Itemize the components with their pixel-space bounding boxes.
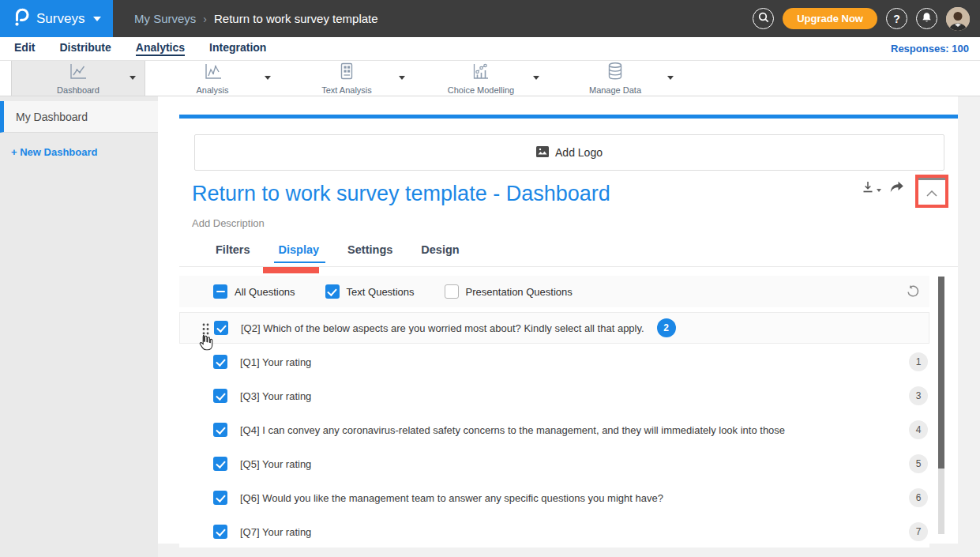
line-chart-icon [202, 62, 223, 85]
download-button[interactable] [861, 180, 881, 194]
question-checkbox[interactable] [213, 491, 227, 505]
question-row-q3[interactable]: [Q3] Your rating 3 [179, 380, 929, 412]
filter-presentation-questions[interactable]: Presentation Questions [445, 284, 573, 299]
line-chart-icon [67, 62, 88, 85]
question-checkbox[interactable] [213, 389, 227, 403]
subnav-integration[interactable]: Integration [209, 41, 266, 56]
question-row-q1[interactable]: [Q1] Your rating 1 [179, 346, 929, 378]
share-button[interactable] [889, 181, 904, 194]
toolbar-text-analysis[interactable]: Text Analysis [280, 61, 414, 96]
question-checkbox[interactable] [213, 355, 227, 369]
scatter-chart-icon [471, 62, 490, 85]
question-checkbox[interactable] [214, 321, 228, 335]
question-order-badge: 4 [909, 420, 928, 439]
annotation-highlight-box [915, 175, 948, 208]
question-row-q6[interactable]: [Q6] Would you like the management team … [179, 482, 929, 514]
question-order-badge: 1 [909, 352, 928, 371]
toolbar-analysis-label: Analysis [197, 85, 229, 95]
toolbar-manage-data[interactable]: Manage Data [548, 61, 682, 96]
chevron-down-icon[interactable] [265, 76, 271, 80]
chevron-down-icon[interactable] [399, 76, 405, 80]
question-mark-icon: ? [893, 13, 900, 25]
reset-button[interactable] [906, 284, 920, 302]
reset-icon [906, 288, 920, 301]
toolbar-dashboard[interactable]: Dashboard [11, 61, 145, 96]
dashboard-title[interactable]: Return to work survey template - Dashboa… [192, 182, 610, 206]
search-icon [758, 12, 769, 25]
upgrade-now-button[interactable]: Upgrade Now [783, 8, 877, 29]
document-grid-icon [337, 62, 356, 85]
question-checkbox[interactable] [213, 525, 227, 539]
questionpro-logo-icon [12, 7, 29, 30]
add-description-field[interactable]: Add Description [192, 217, 265, 229]
question-order-badge: 5 [909, 454, 928, 473]
text-questions-checkbox[interactable] [325, 284, 340, 299]
add-logo-button[interactable]: Add Logo [194, 134, 944, 171]
question-order-badge: 6 [909, 488, 928, 507]
question-row-q7[interactable]: [Q7] Your rating 7 [179, 516, 929, 548]
new-dashboard-button[interactable]: + New Dashboard [11, 146, 158, 158]
question-text: [Q7] Your rating [240, 526, 311, 538]
toolbar-analysis[interactable]: Analysis [145, 61, 280, 96]
panel-accent-bar [179, 115, 958, 119]
question-text: [Q5] Your rating [240, 458, 311, 470]
breadcrumb: My Surveys › Return to work survey templ… [134, 12, 378, 25]
image-icon [536, 146, 549, 160]
chevron-down-icon[interactable] [130, 76, 136, 80]
title-actions [861, 180, 904, 194]
notifications-button[interactable] [916, 8, 937, 29]
sidebar-item-my-dashboard[interactable]: My Dashboard [0, 101, 158, 133]
chevron-down-icon [877, 189, 881, 192]
question-filter-bar: All Questions Text Questions Presentatio… [179, 276, 929, 307]
chevron-up-icon [926, 186, 937, 200]
filter-all-questions[interactable]: All Questions [213, 284, 295, 299]
tab-settings[interactable]: Settings [347, 243, 392, 263]
analytics-toolbar: Dashboard Analysis Text Analysis [0, 61, 980, 96]
toolbar-text-analysis-label: Text Analysis [321, 85, 372, 95]
search-button[interactable] [753, 8, 774, 29]
question-row-q4[interactable]: [Q4] I can convey any coronavirus-relate… [179, 414, 929, 446]
tab-design[interactable]: Design [421, 243, 459, 263]
presentation-questions-checkbox[interactable] [445, 284, 459, 299]
question-row-q2[interactable]: [Q2] Which of the below aspects are you … [179, 312, 929, 344]
all-questions-label: All Questions [235, 286, 295, 298]
app-window: Surveys My Surveys › Return to work surv… [0, 0, 980, 557]
chevron-down-icon[interactable] [533, 76, 539, 80]
all-questions-checkbox[interactable] [213, 284, 227, 299]
subnav-distribute[interactable]: Distribute [59, 41, 111, 56]
tab-display[interactable]: Display [274, 243, 326, 263]
subnav-edit[interactable]: Edit [14, 41, 35, 56]
header-actions: Upgrade Now ? [753, 7, 980, 31]
subnav-analytics[interactable]: Analytics [136, 41, 185, 56]
breadcrumb-my-surveys[interactable]: My Surveys [134, 12, 196, 25]
toolbar-dashboard-label: Dashboard [57, 85, 100, 95]
bell-icon [922, 12, 932, 25]
filter-text-questions[interactable]: Text Questions [325, 284, 415, 299]
question-order-badge: 2 [657, 318, 676, 337]
product-label: Surveys [36, 11, 84, 27]
main-content: Add Logo Return to work survey template … [158, 96, 980, 557]
scrollbar-thumb[interactable] [938, 277, 944, 469]
chevron-down-icon [93, 17, 101, 21]
product-switcher[interactable]: Surveys [0, 0, 113, 37]
responses-count[interactable]: Responses: 100 [891, 43, 969, 55]
drag-handle-icon[interactable] [202, 323, 209, 338]
database-icon [606, 62, 624, 85]
collapse-panel-button[interactable] [918, 178, 945, 205]
chevron-down-icon[interactable] [667, 76, 674, 80]
question-row-q5[interactable]: [Q5] Your rating 5 [179, 448, 929, 480]
question-text: [Q6] Would you like the management team … [240, 492, 663, 504]
question-checkbox[interactable] [213, 457, 227, 471]
question-order-badge: 7 [909, 522, 928, 541]
question-checkbox[interactable] [213, 423, 227, 437]
question-text: [Q4] I can convey any coronavirus-relate… [240, 424, 785, 436]
question-text: [Q2] Which of the below aspects are you … [241, 322, 644, 334]
presentation-questions-label: Presentation Questions [466, 286, 573, 298]
tab-filters[interactable]: Filters [216, 243, 250, 263]
help-button[interactable]: ? [886, 8, 907, 29]
question-order-badge: 3 [909, 386, 928, 405]
toolbar-choice-modelling[interactable]: Choice Modelling [414, 61, 548, 96]
add-logo-label: Add Logo [555, 146, 603, 159]
subnav-items: Edit Distribute Analytics Integration [14, 41, 266, 56]
user-avatar[interactable] [946, 7, 970, 31]
